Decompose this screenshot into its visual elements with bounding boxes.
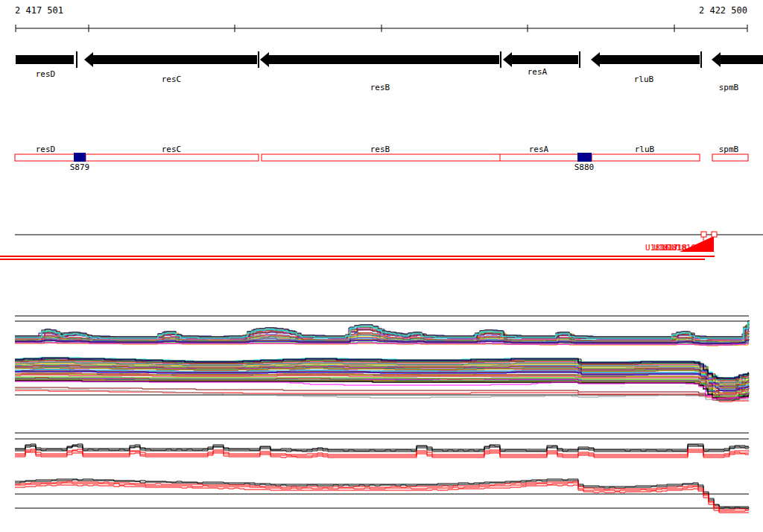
gene-body[interactable]	[600, 55, 700, 64]
marker-label: S880	[574, 162, 595, 172]
gene-end-bar	[579, 51, 580, 68]
gene-body[interactable]	[512, 55, 578, 64]
tu-label: rluB	[635, 145, 655, 154]
tu-label: resA	[529, 145, 549, 154]
gene-arrowhead[interactable]	[503, 52, 512, 67]
gene-arrowhead[interactable]	[260, 52, 269, 67]
gene-arrowhead[interactable]	[591, 52, 600, 67]
srna-label-U1819[interactable]: U1819	[671, 243, 696, 253]
gene-arrowhead[interactable]	[712, 52, 721, 67]
gene-label: resB	[370, 83, 390, 92]
gene-resC[interactable]	[84, 51, 259, 68]
gene-label: spmB	[719, 83, 739, 92]
gene-label: resA	[528, 67, 548, 77]
high-bundle-series	[15, 444, 749, 449]
gene-label: rluB	[634, 75, 654, 84]
tu-label: spmB	[719, 145, 739, 154]
gene-end-bar	[500, 51, 501, 68]
gene-body[interactable]	[93, 55, 257, 64]
srna-marker-square[interactable]	[712, 232, 717, 237]
tu-label: resC	[162, 145, 182, 154]
marker-S879[interactable]	[74, 153, 86, 162]
tu-box[interactable]	[15, 154, 259, 161]
tu-box[interactable]	[262, 154, 700, 161]
genome-browser-view: 2 417 501 2 422 500 resDresCresBresArluB…	[0, 0, 763, 532]
gene-body[interactable]	[16, 55, 74, 64]
upper-sparse-band-top-envelope	[15, 320, 749, 337]
gene-end-bar	[258, 51, 259, 68]
gene-resA[interactable]	[503, 51, 580, 68]
gene-end-bar	[700, 51, 702, 68]
srna-marker-square[interactable]	[701, 232, 706, 237]
marker-label: S879	[70, 162, 90, 172]
low-bundle-series	[15, 479, 749, 507]
gene-resB[interactable]	[260, 51, 501, 68]
gene-end-bar	[76, 51, 77, 68]
high-bundle-series	[15, 445, 749, 451]
genome-browser-canvas: resDresCresBresArluBspmBresDresCresBresA…	[0, 0, 763, 532]
gene-rluB[interactable]	[591, 51, 702, 68]
tu-label: resB	[370, 145, 390, 154]
gene-label: resD	[36, 69, 56, 79]
gene-body[interactable]	[721, 55, 763, 64]
tu-box[interactable]	[712, 154, 748, 161]
gene-resD[interactable]	[16, 51, 77, 68]
tu-label: resD	[36, 145, 56, 154]
gene-body[interactable]	[269, 55, 499, 64]
gene-label: resC	[162, 75, 182, 84]
gene-arrowhead[interactable]	[84, 52, 93, 67]
marker-S880[interactable]	[577, 153, 592, 162]
gene-spmB[interactable]	[712, 52, 763, 67]
